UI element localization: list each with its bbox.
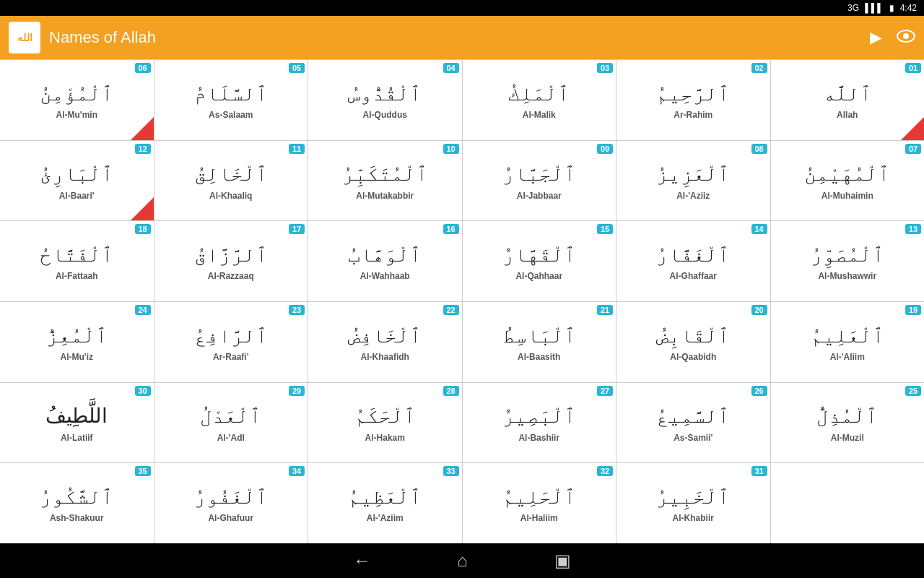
name-cell-32[interactable]: 32ٱلْحَلِيمُAl-Haliim — [463, 463, 616, 543]
header-actions: ▶ — [870, 28, 915, 47]
name-cell-25[interactable]: 25ٱلْمُذِلُّAl-Muzil — [771, 383, 925, 463]
back-button[interactable]: ← — [353, 551, 370, 571]
name-cell-24[interactable]: 24ٱلْمُعِزُّAl-Mu'iz — [0, 302, 154, 382]
recent-button[interactable]: ▣ — [554, 551, 571, 571]
name-cell-09[interactable]: 09ٱلْجَبَّارُAl-Jabbaar — [463, 141, 616, 221]
latin-name-32: Al-Haliim — [520, 513, 558, 523]
latin-name-29: Al-'Adl — [217, 433, 245, 443]
name-cell-18[interactable]: 18ٱلْفَتَّاحُAl-Fattaah — [0, 221, 154, 301]
name-cell-14[interactable]: 14ٱلْغَفَّارُAl-Ghaffaar — [616, 221, 770, 301]
arabic-name-30: اللَّطِيفُ — [45, 404, 108, 428]
latin-name-27: Al-Bashiir — [518, 433, 559, 443]
latin-name-01: Allah — [837, 110, 858, 120]
name-cell-15[interactable]: 15ٱلْقَهَّارُAl-Qahhaar — [463, 221, 616, 301]
latin-name-23: Ar-Raafi' — [213, 352, 249, 362]
name-cell-19[interactable]: 19ٱلْعَلِيمُAl-'Aliim — [771, 302, 925, 382]
name-cell-05[interactable]: 05ٱلسَّلَامُAs-Salaam — [154, 60, 308, 140]
arabic-name-02: ٱلرَّحِيمُ — [656, 82, 730, 106]
arabic-name-21: ٱلْبَاسِطُ — [502, 324, 576, 348]
name-cell-11[interactable]: 11ٱلْخَالِقُAl-Khaaliq — [154, 141, 308, 221]
app-header: الله Names of Allah ▶ — [0, 16, 924, 59]
arabic-name-19: ٱلْعَلِيمُ — [811, 324, 884, 348]
star-badge-12: ★ — [131, 197, 154, 220]
latin-name-05: As-Salaam — [209, 110, 253, 120]
nav-bar: ← ⌂ ▣ — [0, 543, 924, 578]
play-button[interactable]: ▶ — [870, 28, 882, 47]
latin-name-04: Al-Quddus — [363, 110, 407, 120]
latin-name-26: As-Samii' — [674, 433, 712, 443]
name-cell-16[interactable]: 16ٱلْوَهَّابُAl-Wahhaab — [308, 221, 462, 301]
signal-icon: ▌▌▌ — [865, 3, 884, 13]
arabic-name-11: ٱلْخَالِقُ — [194, 162, 268, 186]
name-cell-10[interactable]: 10ٱلْمُتَكَبِّرُAl-Mutakabbir — [308, 141, 462, 221]
latin-name-06: Al-Mu'min — [56, 110, 97, 120]
name-cell-27[interactable]: 27ٱلْبَصِيرُAl-Bashiir — [463, 383, 616, 463]
latin-name-34: Al-Ghafuur — [208, 513, 253, 523]
latin-name-28: Al-Hakam — [365, 433, 405, 443]
name-cell-20[interactable]: 20ٱلْقَابِضُAl-Qaabidh — [616, 302, 770, 382]
name-cell-08[interactable]: 08ٱلْعَزِيزُAl-'Aziiz — [616, 141, 770, 221]
name-cell-12[interactable]: 12ٱلْبَارِئُAl-Baari'★ — [0, 141, 154, 221]
name-cell-33[interactable]: 33ٱلْعَظِيمُAl-'Aziim — [308, 463, 462, 543]
latin-name-19: Al-'Aliim — [830, 352, 865, 362]
name-cell-34[interactable]: 34ٱلْغَفُورُAl-Ghafuur — [154, 463, 308, 543]
latin-name-21: Al-Baasith — [518, 352, 560, 362]
arabic-name-16: ٱلْوَهَّابُ — [348, 243, 422, 267]
arabic-name-08: ٱلْعَزِيزُ — [656, 162, 730, 186]
name-cell-21[interactable]: 21ٱلْبَاسِطُAl-Baasith — [463, 302, 616, 382]
arabic-name-34: ٱلْغَفُورُ — [194, 485, 268, 509]
star-badge-01: ★ — [901, 117, 924, 140]
name-cell-23[interactable]: 23ٱلرَّافِعُAr-Raafi' — [154, 302, 308, 382]
arabic-name-27: ٱلْبَصِيرُ — [502, 404, 576, 428]
name-cell-31[interactable]: 31ٱلْخَبِيرُAl-Khabiir — [616, 463, 770, 543]
arabic-name-13: ٱلْمُصَوِّرُ — [811, 243, 884, 267]
arabic-name-25: ٱلْمُذِلُّ — [816, 404, 878, 428]
name-cell-35[interactable]: 35ٱلشَّكُورُAsh-Shakuur — [0, 463, 154, 543]
latin-name-35: Ash-Shakuur — [50, 513, 104, 523]
arabic-name-31: ٱلْخَبِيرُ — [656, 485, 730, 509]
name-cell-29[interactable]: 29ٱلْعَدْلُAl-'Adl — [154, 383, 308, 463]
latin-name-33: Al-'Aziim — [367, 513, 404, 523]
name-cell-06[interactable]: 06ٱلْمُؤْمِنُAl-Mu'min★ — [0, 60, 154, 140]
name-cell-17[interactable]: 17ٱلرَّزَّاقُAl-Razzaaq — [154, 221, 308, 301]
arabic-name-23: ٱلرَّافِعُ — [194, 324, 268, 348]
name-cell-26[interactable]: 26ٱلسَّمِيعُAs-Samii' — [616, 383, 770, 463]
battery-icon: ▮ — [889, 3, 894, 13]
name-cell-03[interactable]: 03ٱلْمَلِكُAl-Malik — [463, 60, 616, 140]
arabic-name-03: ٱلْمَلِكُ — [508, 82, 570, 106]
name-cell-02[interactable]: 02ٱلرَّحِيمُAr-Rahim — [616, 60, 770, 140]
arabic-name-12: ٱلْبَارِئُ — [40, 162, 113, 186]
latin-name-07: Al-Muhaimin — [821, 191, 873, 201]
arabic-name-01: ٱللَّه — [823, 82, 872, 106]
arabic-name-32: ٱلْحَلِيمُ — [502, 485, 576, 509]
name-cell-28[interactable]: 28ٱلْحَكَمُAl-Hakam — [308, 383, 462, 463]
network-indicator: 3G — [847, 3, 859, 13]
eye-button[interactable] — [897, 28, 915, 47]
latin-name-14: Al-Ghaffaar — [670, 271, 717, 281]
arabic-name-29: ٱلْعَدْلُ — [200, 404, 261, 428]
name-cell-07[interactable]: 07ٱلْمُهَيْمِنُAl-Muhaimin — [771, 141, 925, 221]
latin-name-13: Al-Mushawwir — [818, 271, 876, 281]
status-bar: 3G ▌▌▌ ▮ 4:42 — [0, 0, 924, 16]
name-cell-22[interactable]: 22ٱلْخَافِضُAl-Khaafidh — [308, 302, 462, 382]
home-button[interactable]: ⌂ — [457, 551, 468, 571]
name-cell-04[interactable]: 04ٱلْقُدُّوسُAl-Quddus — [308, 60, 462, 140]
latin-name-15: Al-Qahhaar — [515, 271, 562, 281]
arabic-name-04: ٱلْقُدُّوسُ — [348, 82, 422, 106]
name-cell-13[interactable]: 13ٱلْمُصَوِّرُAl-Mushawwir — [771, 221, 925, 301]
arabic-name-20: ٱلْقَابِضُ — [656, 324, 730, 348]
latin-name-08: Al-'Aziiz — [676, 191, 710, 201]
latin-name-16: Al-Wahhaab — [360, 271, 410, 281]
app-logo: الله — [9, 22, 40, 53]
arabic-name-09: ٱلْجَبَّارُ — [502, 162, 576, 186]
name-cell-30[interactable]: 30اللَّطِيفُAl-Latiif — [0, 383, 154, 463]
latin-name-10: Al-Mutakabbir — [356, 191, 414, 201]
latin-name-25: Al-Muzil — [831, 433, 864, 443]
empty-cell — [771, 463, 925, 543]
app-title: Names of Allah — [49, 28, 870, 47]
arabic-name-14: ٱلْغَفَّارُ — [656, 243, 730, 267]
latin-name-20: Al-Qaabidh — [670, 352, 716, 362]
arabic-name-05: ٱلسَّلَامُ — [194, 82, 268, 106]
latin-name-31: Al-Khabiir — [673, 513, 714, 523]
name-cell-01[interactable]: 01ٱللَّهAllah★ — [771, 60, 925, 140]
